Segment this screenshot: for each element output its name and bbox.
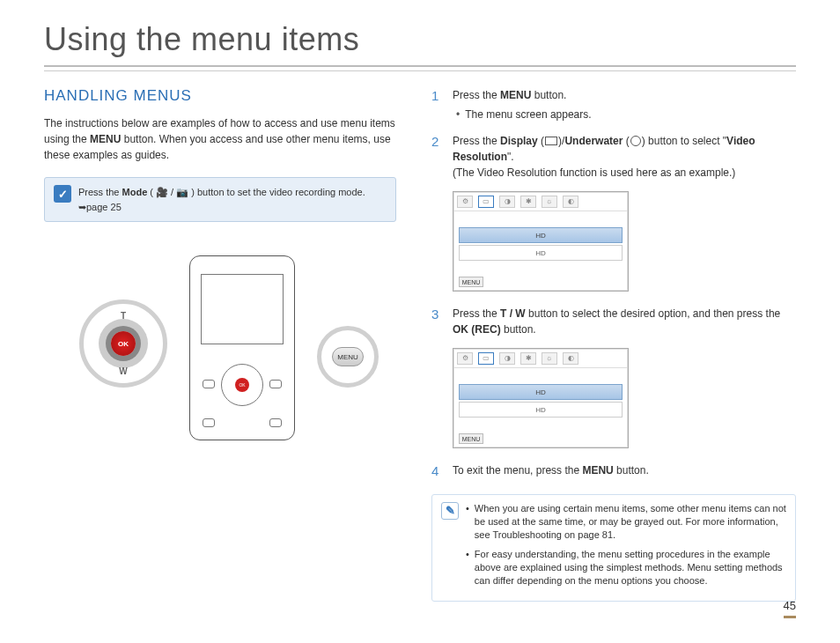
camera-right-btn: [269, 380, 282, 388]
tab-icon: ⚙: [457, 352, 473, 365]
tip-text: Press the Mode ( 🎥 / 📷 ) button to set t…: [78, 185, 365, 214]
tab-icon-active: ▭: [478, 352, 494, 365]
s1-bullet-text: The menu screen appears.: [465, 107, 591, 122]
check-icon: ✓: [54, 185, 71, 203]
page-title: Using the menu items: [44, 21, 796, 58]
underwater-icon: [630, 136, 641, 146]
device-illustration: T OK W OK MENU: [44, 247, 396, 449]
right-column: 1 Press the MENU button. The menu screen…: [431, 87, 796, 602]
tab-icon: ✱: [520, 196, 536, 208]
camera-body: OK: [189, 255, 295, 440]
s4-menu: MENU: [582, 464, 613, 477]
screen-menu-label: MENU: [459, 433, 483, 444]
tip-box-mode: ✓ Press the Mode ( 🎥 / 📷 ) button to set…: [44, 177, 396, 222]
intro-text: The instructions below are examples of h…: [44, 115, 396, 163]
menu-screenshot-1: ⚙ ▭ ◑ ✱ ☼ ◐ HD HD MENU: [453, 191, 629, 292]
s3-tw: T / W: [500, 307, 526, 320]
s3-b: button to select the desired option, and…: [526, 307, 781, 320]
step-num-3: 3: [431, 306, 444, 337]
s3-ok: OK (REC): [453, 323, 501, 336]
note-box: ✎ When you are using certain menu items,…: [431, 494, 796, 602]
step-num-1: 1: [431, 87, 444, 122]
intro-bold: MENU: [90, 133, 121, 145]
step-num-4: 4: [431, 462, 444, 480]
tab-icon: ☼: [542, 196, 557, 208]
page-number: 45: [784, 599, 796, 618]
camera-ok-center: OK: [235, 378, 249, 392]
menu-screenshot-2: ⚙ ▭ ◑ ✱ ☼ ◐ HD HD MENU: [453, 348, 629, 448]
camera-screen: [201, 274, 284, 344]
s2-a: Press the: [453, 135, 500, 147]
s2-end: ".: [507, 151, 514, 163]
note-icon: ✎: [441, 502, 459, 520]
screen-selected-row: HD: [459, 384, 623, 400]
step-3: 3 Press the T / W button to select the d…: [431, 306, 796, 337]
screen-row: HD: [459, 245, 623, 261]
note2-text: For easy understanding, the menu setting…: [475, 548, 786, 588]
left-column: HANDLING MENUS The instructions below ar…: [44, 87, 396, 602]
divider-thin: [44, 70, 796, 71]
screen-row: HD: [459, 402, 623, 418]
ok-button-illustration: OK: [111, 331, 136, 356]
tip1-page: ➥page 25: [78, 202, 122, 212]
tab-icon-active: ▭: [478, 196, 494, 208]
divider-thick: [44, 65, 796, 67]
s2-note: (The Video Resolution function is used h…: [453, 166, 735, 179]
display-icon: [545, 137, 557, 145]
tab-icon: ◑: [499, 352, 515, 365]
tab-icon: ⚙: [457, 196, 473, 208]
tab-icon: ✱: [520, 352, 536, 365]
section-heading: HANDLING MENUS: [44, 87, 396, 105]
s3-c: button.: [501, 323, 536, 336]
s2-mid4: ) button to select ": [642, 135, 726, 147]
tip1-b: ( 🎥 / 📷 ) button to set the video record…: [147, 187, 365, 197]
menu-button-illustration: MENU: [332, 347, 364, 366]
camera-br-btn: [269, 418, 282, 427]
camera-navpad: OK: [221, 364, 263, 406]
screen-selected-row: HD: [459, 227, 623, 243]
s4-a: To exit the menu, press the: [453, 464, 582, 477]
note-list: When you are using certain menu items, s…: [466, 502, 786, 594]
camera-bl-btn: [203, 418, 215, 427]
s2-display: Display: [500, 135, 538, 147]
note1-text: When you are using certain menu items, s…: [475, 502, 786, 543]
tab-icon: ◐: [563, 196, 578, 208]
camera-left-btn: [203, 380, 215, 388]
tab-icon: ◐: [563, 352, 578, 365]
s2-under: Underwater: [564, 135, 623, 147]
s4-b: button.: [614, 464, 649, 477]
screen-menu-label: MENU: [459, 277, 483, 287]
s1-a: Press the: [453, 89, 500, 101]
step-4: 4 To exit the menu, press the MENU butto…: [431, 462, 796, 480]
nav-t-label: T: [121, 311, 126, 321]
step-2: 2 Press the Display ()/Underwater () but…: [431, 133, 796, 181]
s1-b: button.: [531, 89, 566, 101]
step-num-2: 2: [431, 133, 444, 181]
tip1-a: Press the: [78, 187, 122, 197]
s2-mid: (: [538, 135, 544, 147]
nav-w-label: W: [119, 366, 127, 376]
note-item-2: For easy understanding, the menu setting…: [466, 548, 786, 588]
tip1-mode: Mode: [122, 187, 148, 197]
s3-a: Press the: [453, 307, 500, 320]
tab-icon: ◑: [499, 196, 515, 208]
s2-mid3: (: [623, 135, 629, 147]
tab-icon: ☼: [542, 352, 557, 365]
s1-bold: MENU: [500, 89, 531, 101]
s1-bullet: The menu screen appears.: [456, 107, 796, 122]
callout-menu: MENU: [317, 326, 379, 388]
note-item-1: When you are using certain menu items, s…: [466, 502, 786, 543]
step-1: 1 Press the MENU button. The menu screen…: [431, 87, 796, 122]
callout-navpad: T OK W: [79, 299, 167, 388]
